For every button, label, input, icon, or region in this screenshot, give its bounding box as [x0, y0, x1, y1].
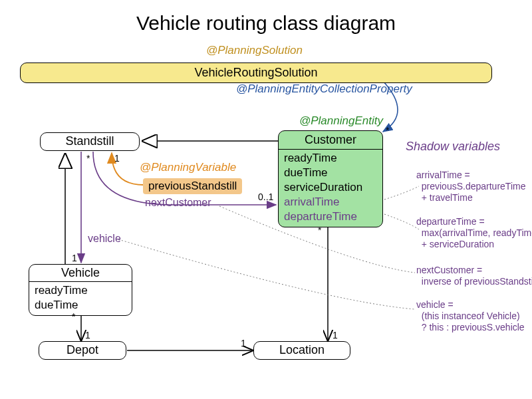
anno-planning-solution: @PlanningSolution: [206, 44, 303, 57]
mult-collection-star: *: [386, 125, 389, 136]
class-location: Location: [253, 341, 350, 360]
anno-planning-entity: @PlanningEntity: [299, 114, 383, 128]
mult-depot-loc-one: 1: [241, 338, 246, 348]
ref-previous-standstill: previousStandstill: [143, 178, 242, 194]
mult-vehicle-one: 1: [72, 253, 77, 263]
customer-attr-arrivaltime: arrivalTime: [284, 195, 377, 209]
anno-planning-variable: @PlanningVariable: [140, 161, 236, 174]
ref-next-customer: nextCustomer: [145, 197, 211, 209]
mult-prevstand-zeroone: 0..1: [258, 192, 273, 202]
class-customer: Customer readyTime dueTime serviceDurati…: [278, 130, 383, 227]
shadow-arrival: arrivalTime = previousS.departureTime + …: [416, 170, 525, 203]
ref-vehicle: vehicle: [88, 233, 121, 245]
customer-name: Customer: [279, 131, 382, 150]
shadow-vehicle: vehicle = (this instanceof Vehicle) ? th…: [416, 299, 525, 333]
vehicle-attr-duetime: dueTime: [35, 298, 126, 313]
customer-attr-duetime: dueTime: [284, 166, 377, 180]
vehicle-name: Vehicle: [29, 265, 132, 282]
class-solution: VehicleRoutingSolution: [20, 63, 492, 83]
mult-depot-one: 1: [85, 330, 90, 340]
class-depot: Depot: [39, 341, 126, 360]
mult-vehicle-depot-star: *: [72, 311, 75, 322]
vehicle-attr-readytime: readyTime: [35, 283, 126, 298]
class-standstill: Standstill: [40, 132, 140, 151]
customer-attr-serviceduration: serviceDuration: [284, 180, 377, 195]
diagram-title: Vehicle routing class diagram: [0, 12, 532, 35]
customer-attr-departuretime: departureTime: [284, 209, 377, 224]
shadow-vars-title: Shadow variables: [406, 140, 500, 154]
mult-cust-loc-one: 1: [332, 330, 338, 340]
anno-planning-entity-collection: @PlanningEntityCollectionProperty: [236, 82, 412, 96]
mult-cust-loc-star: *: [318, 225, 321, 235]
shadow-departure: departureTime = max(arrivalTime, readyTi…: [416, 216, 532, 250]
customer-attr-readytime: readyTime: [284, 151, 377, 166]
class-vehicle: Vehicle readyTime dueTime: [29, 264, 132, 316]
mult-standstill-next-star: *: [86, 153, 90, 164]
mult-standstill-prev-one: 1: [114, 153, 120, 164]
shadow-next: nextCustomer = inverse of previousStands…: [416, 265, 532, 287]
